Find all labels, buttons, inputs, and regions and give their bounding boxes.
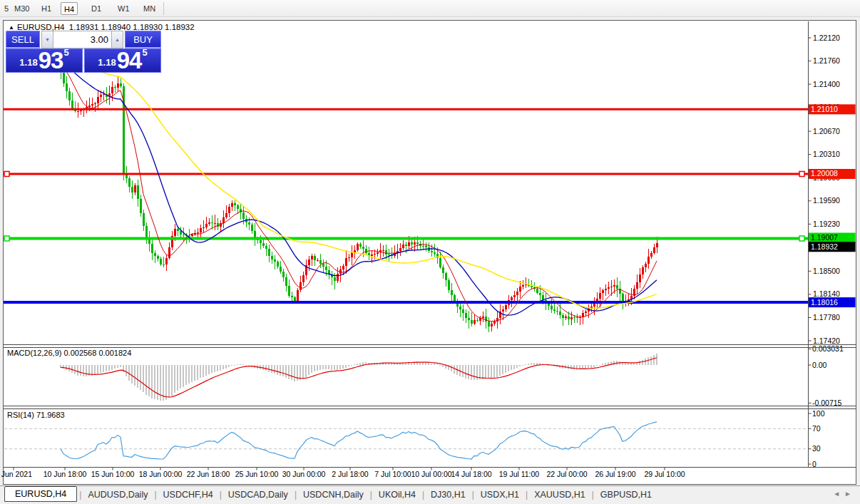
rsi-line [61,422,657,459]
volume-decrease-button[interactable]: ▼ [41,31,53,48]
chart-tab-DJ30-H1[interactable]: DJ30,H1 [426,488,470,502]
tab-separator: | [295,490,297,500]
chart-tab-AUDUSD-Daily[interactable]: AUDUSD,Daily [83,488,152,502]
buy-price-display[interactable]: 1.18 94 5 [84,48,161,73]
volume-stepper: ▼ ▲ [41,31,123,48]
ma-line-20 [61,63,657,315]
svg-text:100: 100 [812,409,825,418]
buy-price-big: 94 [117,51,142,70]
svg-text:8 Jun 2021: 8 Jun 2021 [0,470,32,478]
rsi-axis: 10070300 [809,409,825,468]
svg-text:1.22120: 1.22120 [813,34,840,42]
chart-tab-UKOil-H4[interactable]: UKOil,H4 [374,488,420,502]
mt4-terminal: 5M30H1H4D1W1MN 1.221201.217601.214001.21… [0,0,860,504]
svg-text:10 Jul 00:00: 10 Jul 00:00 [411,470,451,478]
tab-scroll-arrows[interactable]: ◄► [833,490,856,498]
svg-text:22 Jul 00:00: 22 Jul 00:00 [546,470,587,478]
chart-tab-EURUSD-H4[interactable]: EURUSD,H4 [4,486,77,502]
sell-price-big: 93 [39,51,63,70]
window-frame [4,21,856,468]
svg-text:1.21010: 1.21010 [811,105,838,113]
macd-axis: 0.0030310.00-0.00715 [809,344,844,407]
svg-text:0.003031: 0.003031 [812,344,844,353]
chart-tab-USDCHF-H4[interactable]: USDCHF,H4 [159,488,217,502]
svg-text:29 Jul 10:00: 29 Jul 10:00 [644,470,685,478]
macd-indicator-label: MACD(12,26,9) 0.002568 0.001824 [7,349,131,357]
rsi-indicator-label: RSI(14) 71.9683 [7,411,65,419]
svg-text:0.00: 0.00 [812,361,827,369]
tab-separator: | [79,490,81,500]
svg-text:22 Jun 18:00: 22 Jun 18:00 [187,470,230,478]
svg-text:26 Jul 19:00: 26 Jul 19:00 [595,470,635,478]
svg-text:1.17780: 1.17780 [813,313,840,322]
tab-separator: | [472,490,474,500]
macd-histogram [60,354,657,401]
volume-input[interactable] [53,31,111,48]
tab-separator: | [370,490,372,500]
svg-text:1.20670: 1.20670 [813,127,840,135]
svg-text:1.18016: 1.18016 [811,298,838,307]
one-click-trading-panel: SELL ▼ ▲ BUY 1.18 93 5 1.18 94 5 [6,31,161,73]
chart-tabs: EURUSD,H4|AUDUSD,Daily|USDCHF,H4|USDCAD,… [4,486,656,503]
svg-text:1.17420: 1.17420 [813,336,840,345]
svg-text:70: 70 [812,424,821,433]
chart-tab-USDX-H1[interactable]: USDX,H1 [476,488,523,502]
svg-text:18 Jun 00:00: 18 Jun 00:00 [139,470,183,478]
ma-line-50 [61,57,657,308]
svg-text:2 Jul 18:00: 2 Jul 18:00 [332,470,369,478]
svg-text:1.19007: 1.19007 [811,233,838,242]
chart-tab-bar: EURUSD,H4|AUDUSD,Daily|USDCHF,H4|USDCAD,… [0,485,860,504]
chart-tab-USDCAD-Daily[interactable]: USDCAD,Daily [224,488,292,502]
price-chart-canvas: 1.221201.217601.214001.210401.206701.203… [0,0,860,504]
svg-text:1.18932: 1.18932 [811,242,838,251]
macd-signal-line [61,358,657,397]
chart-tab-USDCNH-Daily[interactable]: USDCNH,Daily [299,488,368,502]
svg-text:30: 30 [812,444,821,453]
svg-text:0: 0 [812,460,817,468]
collapse-icon[interactable]: ▲ [9,24,14,31]
svg-text:1.20310: 1.20310 [813,150,840,158]
tab-separator: | [526,490,528,500]
rsi-level-lines [4,428,808,448]
svg-text:7 Jul 10:00: 7 Jul 10:00 [374,470,411,478]
ma-line-8 [61,66,657,322]
sell-price-small: 1.18 [19,57,37,68]
candlesticks [60,61,658,332]
svg-text:25 Jun 10:00: 25 Jun 10:00 [235,470,279,478]
svg-text:14 Jul 18:00: 14 Jul 18:00 [451,470,491,478]
svg-text:1.21400: 1.21400 [813,80,840,88]
sell-button[interactable]: SELL [6,31,40,48]
svg-text:1.20008: 1.20008 [811,169,838,178]
svg-text:1.19230: 1.19230 [813,220,840,228]
buy-button[interactable]: BUY [125,31,161,48]
tab-separator: | [220,490,222,500]
svg-text:1.18140: 1.18140 [813,289,840,298]
sell-price-display[interactable]: 1.18 93 5 [6,48,83,73]
svg-text:1.18500: 1.18500 [813,267,840,275]
tab-separator: | [422,490,424,500]
svg-text:30 Jun 00:00: 30 Jun 00:00 [282,470,326,478]
buy-price-sup: 5 [142,47,147,58]
tab-separator: | [592,490,594,500]
svg-text:19 Jul 11:00: 19 Jul 11:00 [499,470,540,478]
chart-tab-GBPUSD-H1[interactable]: GBPUSD,H1 [596,488,656,502]
sell-price-sup: 5 [63,47,68,58]
date-axis: 8 Jun 202110 Jun 18:0015 Jun 10:0018 Jun… [0,468,685,479]
horizontal-line-1.19007[interactable] [4,236,808,241]
buy-price-small: 1.18 [98,57,116,68]
svg-text:1.19590: 1.19590 [813,196,840,205]
svg-text:1.21760: 1.21760 [813,56,840,65]
chart-tab-XAUUSD-H1[interactable]: XAUUSD,H1 [530,488,590,502]
svg-text:10 Jun 18:00: 10 Jun 18:00 [43,470,87,478]
tab-separator: | [154,490,156,500]
svg-text:15 Jun 10:00: 15 Jun 10:00 [91,470,135,478]
volume-increase-button[interactable]: ▲ [111,31,123,48]
